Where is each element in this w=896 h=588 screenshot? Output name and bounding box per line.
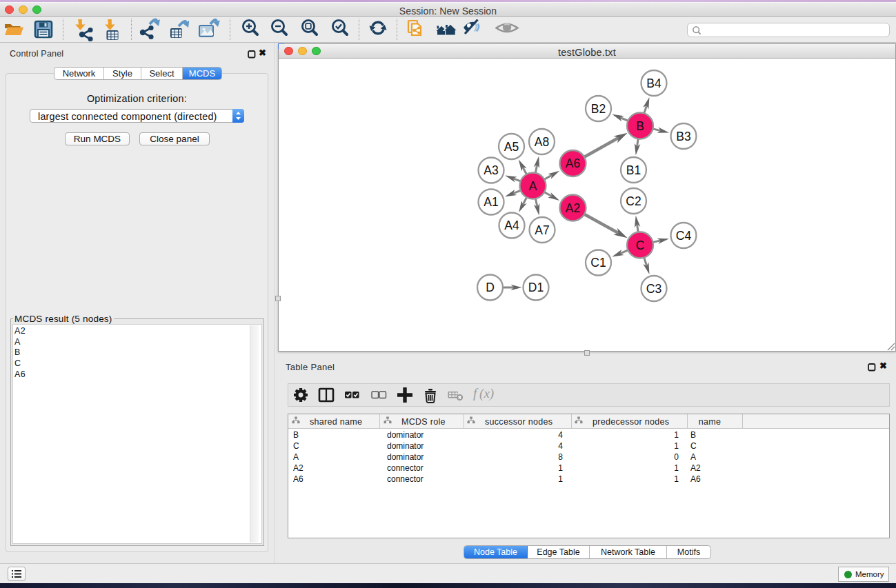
svg-text:B4: B4 — [646, 77, 661, 90]
svg-text:A2: A2 — [566, 201, 580, 215]
svg-text:B1: B1 — [626, 163, 641, 177]
svg-text:A4: A4 — [504, 219, 519, 232]
svg-text:B2: B2 — [591, 102, 606, 116]
svg-text:C1: C1 — [590, 256, 606, 270]
svg-text:A7: A7 — [535, 223, 549, 237]
svg-text:C4: C4 — [676, 229, 692, 243]
svg-text:A6: A6 — [566, 156, 580, 170]
svg-text:C2: C2 — [626, 194, 641, 208]
svg-text:A8: A8 — [535, 135, 549, 149]
svg-text:D1: D1 — [528, 281, 544, 294]
svg-text:A: A — [529, 179, 537, 193]
svg-text:B3: B3 — [676, 130, 690, 143]
svg-text:C3: C3 — [646, 282, 661, 296]
svg-text:A5: A5 — [504, 140, 519, 154]
svg-text:B: B — [636, 119, 644, 133]
svg-text:D: D — [486, 281, 495, 294]
svg-text:A1: A1 — [484, 195, 498, 209]
svg-text:C: C — [636, 239, 645, 252]
svg-text:A3: A3 — [484, 163, 498, 177]
